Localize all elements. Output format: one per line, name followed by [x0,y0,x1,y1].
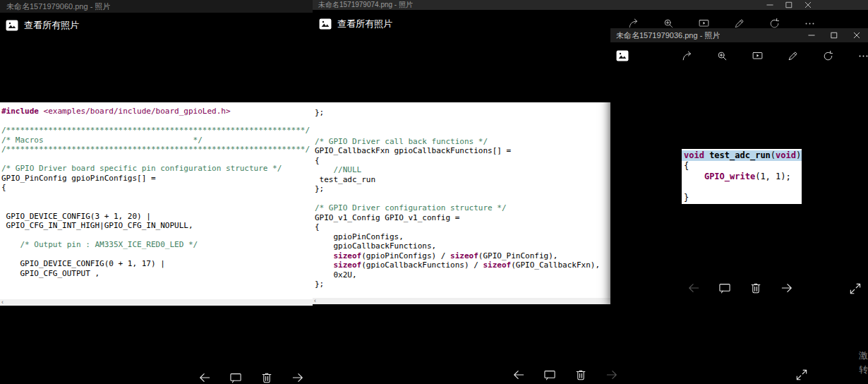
code-line: GPIO_DEVICE_CONFIG(3 + 1, 20) | [1,212,313,222]
view-all-photos-label: 查看所有照片 [24,19,79,32]
view-all-photos-button[interactable]: 查看所有照片 [319,17,392,31]
code-line: void test_adc_run(void) [682,150,802,161]
minimize-icon[interactable] [760,0,779,10]
delete-icon[interactable] [749,281,763,295]
photo-content-code: void test_adc_run(void){ GPIO_write(1, 1… [682,149,802,204]
code-line [1,116,313,126]
photo-scrollbar: ‹ [313,298,610,304]
code-line: }; [315,184,610,194]
photos-app-icon[interactable] [616,50,629,61]
fullscreen-button-area [848,282,862,299]
delete-icon[interactable] [574,368,588,382]
code-line: gpioPinConfigs, [315,232,610,242]
window-title: 未命名1571979036.png - 照片 [616,30,720,41]
zoom-icon[interactable] [716,50,728,62]
filmstrip-icon[interactable] [229,371,243,384]
bottom-toolbar [198,371,305,384]
photos-app-icon [319,18,332,30]
code-line: GPIO_write(1, 1); [682,172,802,182]
code-line: /* GPIO Driver configuration structure *… [315,203,610,213]
code-line: { [315,156,610,166]
bottom-toolbar [512,368,619,382]
forward-icon[interactable] [291,371,305,384]
window-caption-buttons [800,28,868,42]
code-line: sizeof(gpioCallbackFunctions) / sizeof(G… [315,260,610,270]
close-icon[interactable] [845,28,868,42]
view-all-photos-button[interactable]: 查看所有照片 [6,18,79,32]
code-line: gpioCallbackFunctions, [315,241,610,251]
photo-content-code: }; /* GPIO Driver call back functions */… [313,102,610,298]
edit-icon[interactable] [787,50,799,62]
rotate-icon[interactable] [822,50,834,62]
code-line [1,193,313,203]
fullscreen-button-area [795,368,809,384]
code-line: /* Output pin : AM335X_ICE_RED0_LED */ [1,240,313,250]
code-line: sizeof(gpioPinConfigs) / sizeof(GPIO_Pin… [315,251,610,261]
code-line: /***************************************… [1,145,313,155]
minimize-icon[interactable] [800,28,823,42]
slideshow-icon[interactable] [752,50,764,62]
share-icon[interactable] [681,50,693,62]
photo-scrollbar: ‹ [0,299,313,306]
window-caption-buttons [760,0,817,10]
code-line: { [682,161,802,172]
photos-app-icon [6,20,18,31]
window-title: 未命名1571979060.png - 照片 [6,1,110,12]
back-icon[interactable] [687,281,701,295]
back-icon[interactable] [198,371,212,384]
more-icon[interactable] [857,50,868,62]
code-line: /* Macros */ [1,136,313,145]
fullscreen-icon[interactable] [848,282,862,296]
code-line: } [682,193,802,203]
top-toolbar [681,50,868,62]
code-line [1,155,313,164]
code-line [315,118,610,128]
code-line [1,250,313,260]
photo-content-code: #include <examples/board/include/board_g… [0,102,313,299]
code-line: GPIO_CFG_IN_INT_HIGH|GPIO_CFG_IN_NOPULL, [1,221,313,231]
filmstrip-icon[interactable] [543,368,557,382]
code-line: /* GPIO Driver call back functions */ [315,137,610,147]
delete-icon[interactable] [260,371,274,384]
forward-icon[interactable] [780,281,794,295]
photos-window-1: 未命名1571979060.png - 照片 查看所有照片 #include <… [0,0,313,384]
code-line: GPIO_PinConfig gpioPinConfigs[] = [1,174,313,184]
code-line: GPIO_CallbackFxn gpioCallbackFunctions[]… [315,146,610,156]
code-line: test_adc_run [315,175,610,185]
view-all-photos-label: 查看所有照片 [337,18,392,30]
close-icon[interactable] [798,0,817,10]
filmstrip-icon[interactable] [718,281,732,295]
code-line: #include <examples/board/include/board_g… [1,107,313,116]
code-line: /* GPIO Driver board specific pin config… [1,164,313,174]
code-line: }; [315,280,610,289]
windows-activation-watermark: 激活 转到 [859,349,868,377]
code-line: //NULL [315,165,610,175]
photos-window-3: 未命名1571979036.png - 照片 void test_adc_run… [610,28,868,307]
maximize-icon[interactable] [823,28,845,42]
forward-icon[interactable] [605,368,619,382]
code-line: { [315,222,610,232]
code-line: 0x2U, [315,270,610,280]
code-line [682,182,802,193]
code-line [1,202,313,212]
titlebar-window-1[interactable]: 未命名1571979060.png - 照片 [0,0,313,13]
code-line: GPIO_DEVICE_CONFIG(0 + 1, 17) | [1,259,313,269]
back-icon[interactable] [512,368,526,382]
maximize-icon[interactable] [779,0,798,10]
code-line [1,231,313,241]
code-line [315,194,610,204]
watermark-line: 激活 [859,349,868,363]
window-title: 未命名1571979074.png - 照片 [318,0,413,10]
code-line: { [1,183,313,193]
fullscreen-icon[interactable] [795,368,809,382]
code-line: GPIO_CFG_OUTPUT , [1,269,313,279]
bottom-toolbar [687,281,794,295]
code-line: GPIO_v1_Config GPIO_v1_config = [315,213,610,223]
code-line: /***************************************… [1,126,313,136]
code-line: }; [315,108,610,118]
watermark-line: 转到 [859,363,868,377]
code-line [315,127,610,137]
